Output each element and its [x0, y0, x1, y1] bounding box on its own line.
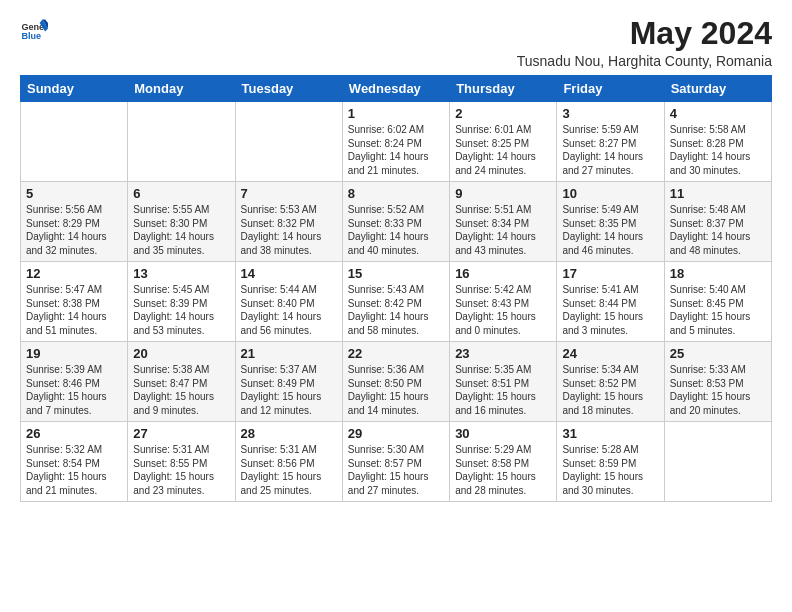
header-monday: Monday [128, 76, 235, 102]
day-number: 23 [455, 346, 551, 361]
calendar-cell: 23Sunrise: 5:35 AM Sunset: 8:51 PM Dayli… [450, 342, 557, 422]
calendar-cell: 20Sunrise: 5:38 AM Sunset: 8:47 PM Dayli… [128, 342, 235, 422]
header-saturday: Saturday [664, 76, 771, 102]
cell-content: Sunrise: 5:49 AM Sunset: 8:35 PM Dayligh… [562, 203, 658, 257]
calendar-table: Sunday Monday Tuesday Wednesday Thursday… [20, 75, 772, 502]
calendar-cell [128, 102, 235, 182]
calendar-cell: 14Sunrise: 5:44 AM Sunset: 8:40 PM Dayli… [235, 262, 342, 342]
month-title: May 2024 [517, 16, 772, 51]
calendar-cell: 27Sunrise: 5:31 AM Sunset: 8:55 PM Dayli… [128, 422, 235, 502]
day-number: 29 [348, 426, 444, 441]
day-number: 20 [133, 346, 229, 361]
calendar-cell: 7Sunrise: 5:53 AM Sunset: 8:32 PM Daylig… [235, 182, 342, 262]
calendar-cell: 1Sunrise: 6:02 AM Sunset: 8:24 PM Daylig… [342, 102, 449, 182]
calendar-cell [664, 422, 771, 502]
day-number: 3 [562, 106, 658, 121]
cell-content: Sunrise: 5:52 AM Sunset: 8:33 PM Dayligh… [348, 203, 444, 257]
title-area: May 2024 Tusnadu Nou, Harghita County, R… [517, 16, 772, 69]
cell-content: Sunrise: 5:51 AM Sunset: 8:34 PM Dayligh… [455, 203, 551, 257]
week-row-2: 5Sunrise: 5:56 AM Sunset: 8:29 PM Daylig… [21, 182, 772, 262]
calendar-cell: 24Sunrise: 5:34 AM Sunset: 8:52 PM Dayli… [557, 342, 664, 422]
day-number: 30 [455, 426, 551, 441]
cell-content: Sunrise: 5:29 AM Sunset: 8:58 PM Dayligh… [455, 443, 551, 497]
calendar-cell: 17Sunrise: 5:41 AM Sunset: 8:44 PM Dayli… [557, 262, 664, 342]
calendar-cell: 16Sunrise: 5:42 AM Sunset: 8:43 PM Dayli… [450, 262, 557, 342]
cell-content: Sunrise: 5:39 AM Sunset: 8:46 PM Dayligh… [26, 363, 122, 417]
calendar-cell: 22Sunrise: 5:36 AM Sunset: 8:50 PM Dayli… [342, 342, 449, 422]
week-row-3: 12Sunrise: 5:47 AM Sunset: 8:38 PM Dayli… [21, 262, 772, 342]
logo-icon: General Blue [20, 16, 48, 44]
calendar-cell: 8Sunrise: 5:52 AM Sunset: 8:33 PM Daylig… [342, 182, 449, 262]
cell-content: Sunrise: 5:30 AM Sunset: 8:57 PM Dayligh… [348, 443, 444, 497]
day-number: 10 [562, 186, 658, 201]
calendar-cell: 6Sunrise: 5:55 AM Sunset: 8:30 PM Daylig… [128, 182, 235, 262]
cell-content: Sunrise: 5:32 AM Sunset: 8:54 PM Dayligh… [26, 443, 122, 497]
day-number: 11 [670, 186, 766, 201]
day-number: 25 [670, 346, 766, 361]
cell-content: Sunrise: 5:40 AM Sunset: 8:45 PM Dayligh… [670, 283, 766, 337]
cell-content: Sunrise: 5:59 AM Sunset: 8:27 PM Dayligh… [562, 123, 658, 177]
calendar-cell: 4Sunrise: 5:58 AM Sunset: 8:28 PM Daylig… [664, 102, 771, 182]
day-number: 26 [26, 426, 122, 441]
calendar-cell: 3Sunrise: 5:59 AM Sunset: 8:27 PM Daylig… [557, 102, 664, 182]
calendar-cell: 26Sunrise: 5:32 AM Sunset: 8:54 PM Dayli… [21, 422, 128, 502]
cell-content: Sunrise: 5:33 AM Sunset: 8:53 PM Dayligh… [670, 363, 766, 417]
cell-content: Sunrise: 5:55 AM Sunset: 8:30 PM Dayligh… [133, 203, 229, 257]
calendar-cell: 31Sunrise: 5:28 AM Sunset: 8:59 PM Dayli… [557, 422, 664, 502]
day-number: 31 [562, 426, 658, 441]
cell-content: Sunrise: 5:31 AM Sunset: 8:56 PM Dayligh… [241, 443, 337, 497]
day-number: 4 [670, 106, 766, 121]
cell-content: Sunrise: 5:42 AM Sunset: 8:43 PM Dayligh… [455, 283, 551, 337]
cell-content: Sunrise: 5:35 AM Sunset: 8:51 PM Dayligh… [455, 363, 551, 417]
calendar-cell: 15Sunrise: 5:43 AM Sunset: 8:42 PM Dayli… [342, 262, 449, 342]
header-tuesday: Tuesday [235, 76, 342, 102]
day-number: 22 [348, 346, 444, 361]
day-number: 17 [562, 266, 658, 281]
cell-content: Sunrise: 5:48 AM Sunset: 8:37 PM Dayligh… [670, 203, 766, 257]
calendar-cell: 12Sunrise: 5:47 AM Sunset: 8:38 PM Dayli… [21, 262, 128, 342]
cell-content: Sunrise: 6:01 AM Sunset: 8:25 PM Dayligh… [455, 123, 551, 177]
calendar-cell: 9Sunrise: 5:51 AM Sunset: 8:34 PM Daylig… [450, 182, 557, 262]
header-thursday: Thursday [450, 76, 557, 102]
day-number: 19 [26, 346, 122, 361]
week-row-1: 1Sunrise: 6:02 AM Sunset: 8:24 PM Daylig… [21, 102, 772, 182]
cell-content: Sunrise: 5:37 AM Sunset: 8:49 PM Dayligh… [241, 363, 337, 417]
calendar-cell: 18Sunrise: 5:40 AM Sunset: 8:45 PM Dayli… [664, 262, 771, 342]
day-number: 8 [348, 186, 444, 201]
calendar-cell: 5Sunrise: 5:56 AM Sunset: 8:29 PM Daylig… [21, 182, 128, 262]
day-number: 28 [241, 426, 337, 441]
calendar-cell: 13Sunrise: 5:45 AM Sunset: 8:39 PM Dayli… [128, 262, 235, 342]
cell-content: Sunrise: 5:47 AM Sunset: 8:38 PM Dayligh… [26, 283, 122, 337]
day-number: 24 [562, 346, 658, 361]
cell-content: Sunrise: 5:44 AM Sunset: 8:40 PM Dayligh… [241, 283, 337, 337]
day-number: 1 [348, 106, 444, 121]
cell-content: Sunrise: 5:38 AM Sunset: 8:47 PM Dayligh… [133, 363, 229, 417]
calendar-cell: 10Sunrise: 5:49 AM Sunset: 8:35 PM Dayli… [557, 182, 664, 262]
day-number: 21 [241, 346, 337, 361]
calendar-cell: 11Sunrise: 5:48 AM Sunset: 8:37 PM Dayli… [664, 182, 771, 262]
calendar-cell [21, 102, 128, 182]
cell-content: Sunrise: 5:28 AM Sunset: 8:59 PM Dayligh… [562, 443, 658, 497]
day-number: 27 [133, 426, 229, 441]
header-wednesday: Wednesday [342, 76, 449, 102]
weekday-header-row: Sunday Monday Tuesday Wednesday Thursday… [21, 76, 772, 102]
day-number: 13 [133, 266, 229, 281]
day-number: 9 [455, 186, 551, 201]
day-number: 5 [26, 186, 122, 201]
cell-content: Sunrise: 5:34 AM Sunset: 8:52 PM Dayligh… [562, 363, 658, 417]
day-number: 7 [241, 186, 337, 201]
day-number: 6 [133, 186, 229, 201]
calendar-cell: 25Sunrise: 5:33 AM Sunset: 8:53 PM Dayli… [664, 342, 771, 422]
header-friday: Friday [557, 76, 664, 102]
calendar-cell: 30Sunrise: 5:29 AM Sunset: 8:58 PM Dayli… [450, 422, 557, 502]
calendar-cell: 29Sunrise: 5:30 AM Sunset: 8:57 PM Dayli… [342, 422, 449, 502]
day-number: 14 [241, 266, 337, 281]
cell-content: Sunrise: 5:58 AM Sunset: 8:28 PM Dayligh… [670, 123, 766, 177]
calendar-cell: 21Sunrise: 5:37 AM Sunset: 8:49 PM Dayli… [235, 342, 342, 422]
header-sunday: Sunday [21, 76, 128, 102]
header: General Blue May 2024 Tusnadu Nou, Hargh… [20, 16, 772, 69]
svg-text:Blue: Blue [21, 31, 41, 41]
day-number: 12 [26, 266, 122, 281]
cell-content: Sunrise: 6:02 AM Sunset: 8:24 PM Dayligh… [348, 123, 444, 177]
cell-content: Sunrise: 5:41 AM Sunset: 8:44 PM Dayligh… [562, 283, 658, 337]
